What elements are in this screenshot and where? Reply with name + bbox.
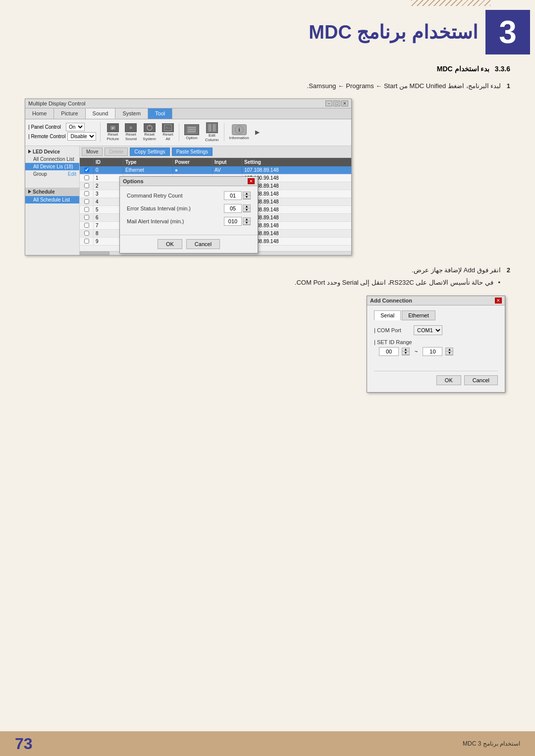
spin-down-1[interactable]: ▼ [243,208,250,212]
delete-btn[interactable]: Delete [105,148,128,156]
add-conn-ok-btn[interactable]: OK [436,375,461,385]
options-field0-input-group: ▲ ▼ [224,191,251,200]
all-device-list-item[interactable]: All Device Lis (18) [25,163,79,170]
scrollbar-thumb[interactable] [80,252,109,255]
remote-control-select[interactable]: Disable [67,132,96,141]
reset-all-btn[interactable]: ALL ResetAll [160,122,176,143]
col-input: Input [213,158,242,166]
reset-system-btn[interactable]: ResetSystem [141,122,158,143]
row3-check [80,190,94,198]
row2-check [80,182,94,190]
row5-checkbox[interactable] [84,207,89,212]
row8-id: 8 [94,230,123,237]
footer-text: استخدام برنامج MDC 3 [463,740,520,747]
tab-home[interactable]: Home [25,108,54,119]
information-icon: i [232,124,247,135]
all-schedule-list-item[interactable]: All Schedule List [25,196,79,203]
action-bar: Move Delete Copy Settings Paste Settings [80,146,351,158]
move-btn[interactable]: Move [82,148,103,156]
row8-checkbox[interactable] [84,231,89,236]
reset-sound-label: ResetSound [125,133,137,142]
range-from-spin: ▲ ▼ [402,348,410,355]
tab-system[interactable]: System [115,108,148,119]
bullet-dot: • [498,279,500,286]
instruction2-block: 2 انقر فوق Add لإضافة جهاز عرض. [0,260,535,277]
serial-tab[interactable]: Serial [374,310,401,320]
svg-text:ALL: ALL [165,126,171,129]
copy-settings-btn[interactable]: Copy Settings [130,148,169,156]
options-field2-label: Mail Alert Interval (min.) [127,218,224,224]
range-to-input[interactable] [423,347,442,356]
options-field1-spin: ▲ ▼ [243,204,251,212]
tab-sound[interactable]: Sound [86,108,116,119]
range-from-input[interactable] [379,347,399,356]
tab-picture[interactable]: Picture [54,108,85,119]
row9-checkbox[interactable] [84,239,89,244]
reset-sound-icon [125,123,137,132]
reset-sound-svg [127,124,135,131]
spin-down-2[interactable]: ▼ [243,221,250,225]
led-device-header: LED Device [25,148,79,155]
set-id-label: | SET ID Range [374,339,498,345]
triangle-collapse [28,150,31,153]
spin-down-0[interactable]: ▼ [243,196,250,199]
range-to-spin-down[interactable]: ▼ [446,352,453,355]
col-type: Type [123,158,173,166]
reset-picture-icon: P [107,123,119,132]
row9-id: 9 [94,238,123,245]
add-connection-dialog: Add Connection ✕ Serial Ethernet | COM P… [367,296,505,393]
row0-check [80,166,94,174]
close-button[interactable]: ✕ [341,101,348,106]
row3-checkbox[interactable] [84,191,89,196]
row1-checkbox[interactable] [84,175,89,180]
edit-label[interactable]: Edit [68,171,76,177]
page: استخدام برنامج MDC 3 3.3.6 بدء استخدام M… [0,0,535,756]
mdc-titlebar: Multiple Display Control − □ ✕ [25,99,351,108]
add-connection-area: Add Connection ✕ Serial Ethernet | COM P… [0,288,535,400]
table-rows-area: 0 Ethernet ● AV 107.108.89.148 1 [80,166,351,251]
options-field0-input[interactable] [224,191,242,200]
row2-checkbox[interactable] [84,183,89,188]
row6-check [80,214,94,221]
option-btn[interactable]: Option [182,123,201,141]
minimize-button[interactable]: − [325,101,332,106]
com-port-select[interactable]: COM1 COM2 COM3 [414,325,442,335]
options-ok-btn[interactable]: OK [158,239,182,249]
all-connection-list-item[interactable]: All Connection List [25,155,79,163]
table-row[interactable]: 0 Ethernet ● AV 107.108.89.148 [80,166,351,174]
options-close-btn[interactable]: ✕ [248,178,255,184]
row7-checkbox[interactable] [84,223,89,228]
add-conn-close-btn[interactable]: ✕ [495,298,502,303]
maximize-button[interactable]: □ [333,101,340,106]
panel-control-select[interactable]: On [66,123,85,131]
row0-checkbox[interactable] [84,167,89,172]
panel-control-row: | Panel Control On [28,123,96,131]
bullet1-block: • في حالة تأسيس الاتصال على RS232C، انتق… [0,277,535,288]
reset-picture-btn[interactable]: P ResetPicture [105,122,121,143]
options-field2-input[interactable] [224,217,242,226]
reset-sound-btn[interactable]: ResetSound [123,122,139,143]
row6-id: 6 [94,214,123,221]
options-cancel-btn[interactable]: Cancel [186,239,220,249]
add-conn-content: Serial Ethernet | COM Port COM1 COM2 COM… [367,305,505,392]
row7-check [80,222,94,229]
add-conn-buttons: OK Cancel [374,371,498,387]
information-btn[interactable]: i Information [227,123,251,141]
table-header: ID Type Power Input Setting [80,158,351,166]
remote-control-label: | Remote Control [28,134,65,139]
toolbar-arrow[interactable]: ▶ [255,129,260,136]
edit-column-btn[interactable]: EditColumn [203,121,221,144]
row4-id: 4 [94,198,123,205]
options-field2-spin: ▲ ▼ [243,217,251,225]
row6-checkbox[interactable] [84,215,89,220]
row0-setting: 107.108.89.148 [242,166,297,174]
options-field1-input[interactable] [224,204,242,213]
row4-checkbox[interactable] [84,199,89,204]
ethernet-tab[interactable]: Ethernet [402,310,435,320]
paste-settings-btn[interactable]: Paste Settings [172,148,213,156]
all-device-list-label: All Device Lis (18) [33,164,73,169]
tab-tool[interactable]: Tool [148,108,172,119]
range-from-spin-down[interactable]: ▼ [402,352,409,355]
add-conn-cancel-btn[interactable]: Cancel [464,375,498,385]
mdc-tabs: Home Picture Sound System Tool [25,108,351,119]
